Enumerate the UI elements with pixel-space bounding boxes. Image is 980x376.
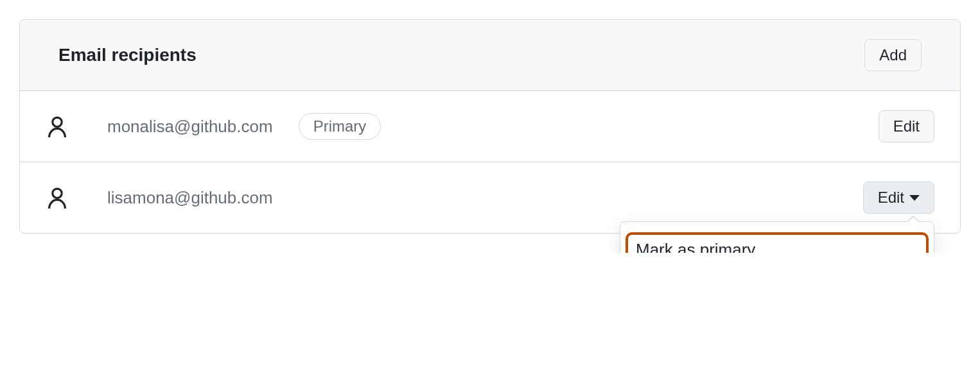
caret-down-icon [909,195,920,201]
panel-title: Email recipients [58,45,197,65]
person-icon [46,186,69,209]
svg-point-0 [53,117,62,126]
edit-button-label: Edit [878,189,904,207]
recipient-row: monalisa@github.com Primary Edit [20,91,960,162]
email-recipients-panel: Email recipients Add monalisa@github.com… [19,19,961,234]
primary-badge: Primary [299,113,381,140]
svg-point-1 [53,189,62,198]
edit-dropdown-menu: Mark as primary Remove [620,221,934,253]
menu-item-mark-primary[interactable]: Mark as primary [626,232,929,253]
edit-button[interactable]: Edit [879,110,934,142]
panel-header: Email recipients Add [20,20,960,91]
add-button-label: Add [879,46,907,64]
add-button[interactable]: Add [864,39,922,71]
edit-button-label: Edit [893,117,920,135]
edit-dropdown-wrapper: Edit Mark as primary Remove [863,182,934,214]
edit-dropdown-button[interactable]: Edit [863,182,934,214]
recipient-email: monalisa@github.com [107,117,273,137]
person-icon [46,115,69,138]
recipient-row: lisamona@github.com Edit Mark as primary… [20,162,960,233]
recipient-email: lisamona@github.com [107,188,273,208]
